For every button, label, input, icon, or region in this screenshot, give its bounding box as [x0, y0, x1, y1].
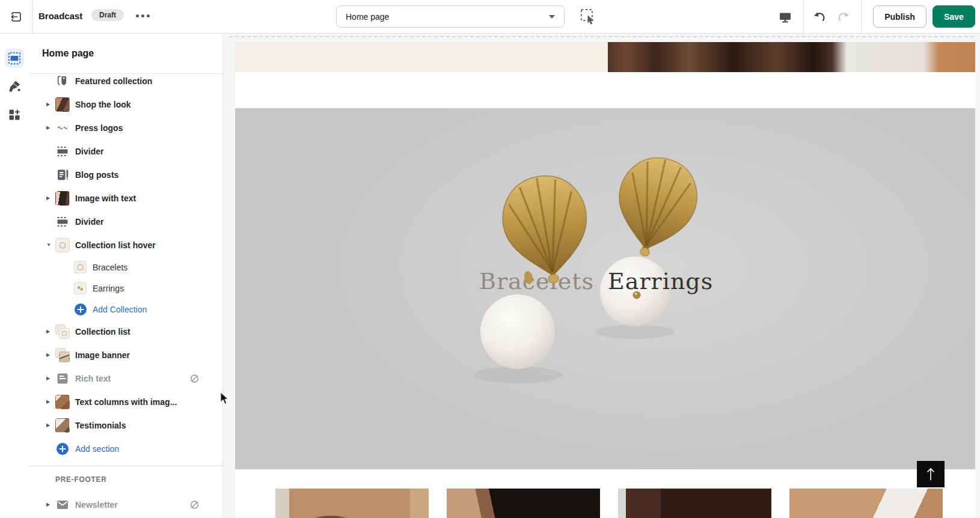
section-label: Image banner [75, 350, 130, 360]
undo-button[interactable] [812, 9, 827, 25]
chevron-right-icon[interactable]: ▶ [46, 102, 55, 107]
add-icon [55, 442, 70, 456]
block-thumbnail [74, 261, 87, 273]
rail-item-sections[interactable] [5, 49, 24, 68]
section-thumbnail [55, 325, 70, 339]
sections-icon [8, 52, 21, 65]
chevron-down-icon [549, 15, 555, 19]
chevron-right-icon[interactable]: ▶ [46, 126, 55, 130]
rich-text-icon [55, 371, 70, 386]
section-thumbnail [55, 348, 70, 362]
section-row-testimonials[interactable]: ▶ Testimonials [29, 413, 222, 437]
section-label: Divider [75, 217, 103, 227]
collection-tag-icon [55, 74, 70, 88]
section-row-collection-list[interactable]: ▶ Collection list [29, 320, 222, 343]
hidden-eye-icon[interactable] [188, 372, 201, 385]
section-row-collection-list-hover[interactable]: ▼ Collection list hover [29, 233, 222, 257]
section-row-rich-text[interactable]: ▶ Rich text [29, 367, 222, 390]
section-label: Collection list [75, 327, 130, 337]
section-label: Testimonials [75, 421, 126, 430]
section-row-text-columns[interactable]: ▶ Text columns with imag... [29, 390, 222, 413]
theme-name: Broadcast [38, 11, 82, 21]
section-thumbnail [55, 191, 70, 206]
apps-plus-icon [8, 108, 21, 121]
publish-button[interactable]: Publish [873, 5, 926, 28]
block-row-bracelets[interactable]: Bracelets [29, 257, 222, 278]
more-actions-button[interactable] [136, 14, 150, 17]
chevron-right-icon[interactable]: ▶ [46, 376, 55, 381]
section-row-press-logos[interactable]: ▶ Press logos [29, 116, 222, 139]
editor-rail [0, 33, 29, 518]
section-row-featured-collection[interactable]: Featured collection [29, 74, 222, 93]
page-selector-dropdown[interactable]: Home page [336, 5, 565, 28]
collection-link-earrings[interactable]: Earrings [608, 268, 713, 294]
add-collection-button[interactable]: Add Collection [29, 299, 222, 320]
section-thumbnail [55, 97, 70, 112]
block-thumbnail [74, 282, 87, 294]
section-label: Shop the look [75, 100, 131, 109]
chevron-right-icon[interactable]: ▶ [46, 400, 55, 404]
rail-item-app-embeds[interactable] [5, 105, 24, 124]
section-row-shop-the-look[interactable]: ▶ Shop the look [29, 93, 222, 116]
add-icon [74, 303, 87, 315]
divider [803, 0, 804, 33]
exit-editor-button[interactable] [0, 0, 33, 33]
chevron-right-icon[interactable]: ▶ [46, 353, 55, 358]
desktop-preview-icon[interactable] [778, 10, 792, 25]
model-photo-edge [608, 42, 975, 72]
up-arrow-icon [925, 467, 937, 481]
section-row-divider-2[interactable]: Divider [29, 210, 222, 233]
section-row-newsletter[interactable]: ▶ Newsletter [29, 493, 222, 516]
hidden-eye-icon[interactable] [188, 498, 201, 511]
section-label: Press logos [75, 123, 123, 133]
divider-icon [55, 215, 70, 229]
block-row-earrings[interactable]: Earrings [29, 278, 222, 299]
press-logos-thumbnail [55, 121, 70, 135]
page-selector-value: Home page [346, 12, 389, 22]
rail-item-theme-settings[interactable] [5, 77, 24, 96]
gallery-image-shoulder[interactable] [789, 489, 943, 518]
gallery-row-section[interactable] [275, 489, 943, 518]
section-row-image-banner[interactable]: ▶ Image banner [29, 343, 222, 367]
section-label: Newsletter [75, 500, 118, 510]
paintbrush-icon [8, 80, 21, 93]
sections-panel: Home page Featured collection ▶ Shop the… [29, 33, 223, 518]
section-label: Text columns with imag... [75, 397, 177, 407]
chevron-down-icon[interactable]: ▼ [46, 243, 55, 248]
divider-icon [55, 144, 70, 159]
beige-block [235, 42, 608, 72]
section-row-blog-posts[interactable]: Blog posts [29, 163, 222, 186]
scroll-to-top-button[interactable] [917, 461, 945, 487]
section-row-image-with-text[interactable]: ▶ Image with text [29, 186, 222, 210]
save-button[interactable]: Save [933, 5, 975, 28]
section-drop-indicator [229, 36, 974, 37]
collection-list-hover-section[interactable]: Bracelets Earrings [235, 108, 975, 469]
section-label: Collection list hover [75, 240, 156, 250]
gallery-image-face[interactable] [275, 489, 429, 518]
add-section-button[interactable]: Add section [29, 437, 222, 460]
status-badge: Draft [91, 9, 124, 21]
gallery-image-ear[interactable] [447, 489, 600, 518]
storefront-preview[interactable]: Bracelets Earrings [235, 42, 975, 518]
topbar: Broadcast Draft Home page Publish Save [0, 0, 980, 34]
previous-section-strip[interactable] [235, 42, 975, 72]
add-section-label: Add section [75, 444, 119, 454]
chevron-right-icon[interactable]: ▶ [46, 502, 55, 507]
redo-button[interactable] [836, 9, 851, 25]
section-thumbnail [55, 238, 70, 252]
sections-list: Featured collection ▶ Shop the look ▶ Pr… [29, 74, 222, 518]
chevron-right-icon[interactable]: ▶ [46, 423, 55, 428]
block-label: Earrings [93, 284, 124, 293]
chevron-right-icon[interactable]: ▶ [46, 329, 55, 334]
section-thumbnail [55, 418, 70, 433]
select-element-tool[interactable] [580, 8, 596, 25]
envelope-icon [55, 498, 70, 512]
gallery-image-lips[interactable] [618, 489, 771, 518]
section-label: Blog posts [75, 170, 118, 180]
section-row-divider-1[interactable]: Divider [29, 139, 222, 163]
add-collection-label: Add Collection [93, 305, 147, 314]
block-label: Bracelets [93, 263, 127, 272]
exit-icon [10, 10, 23, 23]
collection-link-bracelets[interactable]: Bracelets [479, 268, 594, 294]
chevron-right-icon[interactable]: ▶ [46, 196, 55, 201]
